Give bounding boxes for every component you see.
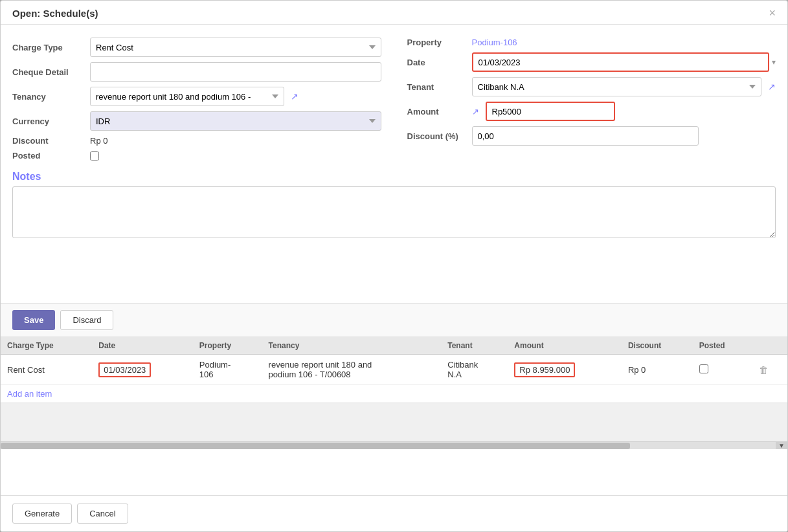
date-input[interactable]	[472, 52, 770, 72]
table-body: Rent Cost 01/03/2023 Podium-106 revenue …	[1, 355, 787, 385]
scrollbar-area[interactable]: ▼	[1, 441, 787, 449]
amount-input[interactable]	[486, 102, 615, 121]
charge-type-label: Charge Type	[12, 43, 84, 52]
row-tenancy: revenue report unit 180 andpodium 106 - …	[262, 355, 442, 385]
form-right-col: Property Podium-106 Date ▾ Tenant	[407, 38, 776, 161]
form-section: Charge Type Rent Cost Cheque Detail Tena…	[12, 38, 776, 161]
discard-button[interactable]: Discard	[60, 310, 113, 330]
add-item-link[interactable]: Add an item	[1, 385, 787, 403]
col-amount: Amount	[508, 337, 622, 355]
tenant-select[interactable]: Citibank N.A	[472, 77, 762, 96]
currency-row: Currency IDR	[12, 111, 381, 131]
data-table: Charge Type Date Property Tenancy Tenant…	[1, 337, 787, 385]
modal-overlay: Open: Schedule(s) × Charge Type Rent Cos…	[0, 0, 788, 532]
discount-pct-row: Discount (%)	[407, 126, 776, 146]
tenancy-label: Tenancy	[12, 92, 84, 102]
row-amount-highlighted: Rp 8.959.000	[514, 362, 575, 377]
col-property: Property	[193, 337, 262, 355]
discount-pct-input[interactable]	[472, 126, 699, 146]
notes-section: Notes	[12, 171, 776, 240]
modal-body: Charge Type Rent Cost Cheque Detail Tena…	[1, 25, 787, 303]
charge-type-select[interactable]: Rent Cost	[90, 38, 381, 57]
amount-external-link-icon[interactable]: ↗	[472, 107, 479, 116]
row-tenant: CitibankN.A	[441, 355, 508, 385]
tenancy-external-link-icon[interactable]: ↗	[291, 91, 298, 102]
discount-label: Discount	[12, 136, 84, 146]
cheque-detail-row: Cheque Detail	[12, 62, 381, 82]
row-posted	[693, 355, 752, 385]
tenancy-select[interactable]: revenue report unit 180 and podium 106 -	[90, 87, 284, 106]
discount-pct-label: Discount (%)	[407, 131, 466, 141]
charge-type-row: Charge Type Rent Cost	[12, 38, 381, 57]
table-section: Charge Type Date Property Tenancy Tenant…	[1, 337, 787, 495]
notes-textarea[interactable]	[12, 186, 776, 238]
notes-label: Notes	[12, 171, 776, 183]
col-discount: Discount	[622, 337, 693, 355]
date-label: Date	[407, 58, 466, 67]
row-date-highlighted: 01/03/2023	[98, 362, 151, 377]
discount-value: Rp 0	[90, 136, 107, 146]
col-tenant: Tenant	[441, 337, 508, 355]
table-row: Rent Cost 01/03/2023 Podium-106 revenue …	[1, 355, 787, 385]
modal-header: Open: Schedule(s) ×	[1, 1, 787, 25]
amount-row: Amount ↗	[407, 102, 776, 121]
tenancy-row: Tenancy revenue report unit 180 and podi…	[12, 87, 381, 106]
tenant-external-link-icon[interactable]: ↗	[768, 82, 776, 92]
col-posted: Posted	[693, 337, 752, 355]
row-posted-checkbox[interactable]	[699, 364, 708, 373]
col-charge-type: Charge Type	[1, 337, 92, 355]
save-button[interactable]: Save	[12, 310, 55, 330]
modal-dialog: Open: Schedule(s) × Charge Type Rent Cos…	[0, 0, 788, 532]
currency-label: Currency	[12, 116, 84, 126]
tenant-row: Tenant Citibank N.A ↗	[407, 77, 776, 96]
property-link[interactable]: Podium-106	[472, 38, 517, 47]
close-button[interactable]: ×	[769, 7, 776, 19]
scroll-right-button[interactable]: ▼	[776, 442, 787, 449]
cheque-detail-label: Cheque Detail	[12, 67, 84, 77]
row-discount: Rp 0	[622, 355, 693, 385]
cheque-detail-input[interactable]	[90, 62, 381, 82]
col-tenancy: Tenancy	[262, 337, 442, 355]
modal-title: Open: Schedule(s)	[12, 8, 98, 19]
row-property: Podium-106	[193, 355, 262, 385]
discount-row: Discount Rp 0	[12, 136, 381, 146]
col-actions	[752, 337, 787, 355]
currency-select[interactable]: IDR	[90, 111, 381, 131]
table-footer-area	[1, 403, 787, 441]
row-charge-type: Rent Cost	[1, 355, 92, 385]
form-left-col: Charge Type Rent Cost Cheque Detail Tena…	[12, 38, 381, 161]
posted-row: Posted	[12, 151, 381, 161]
table-header: Charge Type Date Property Tenancy Tenant…	[1, 337, 787, 355]
tenant-label: Tenant	[407, 82, 466, 92]
posted-checkbox[interactable]	[90, 151, 99, 161]
row-amount: Rp 8.959.000	[508, 355, 622, 385]
row-delete: 🗑	[752, 355, 787, 385]
generate-button[interactable]: Generate	[12, 504, 72, 524]
col-date: Date	[92, 337, 193, 355]
row-date: 01/03/2023	[92, 355, 193, 385]
cancel-button[interactable]: Cancel	[77, 504, 128, 524]
posted-label: Posted	[12, 151, 84, 161]
delete-row-icon[interactable]: 🗑	[759, 364, 769, 375]
property-label: Property	[407, 38, 466, 47]
date-dropdown-icon[interactable]: ▾	[772, 58, 776, 67]
action-bar: Save Discard	[1, 303, 787, 337]
scrollbar-thumb	[1, 443, 630, 449]
property-row: Property Podium-106	[407, 38, 776, 47]
amount-label: Amount	[407, 107, 466, 116]
modal-footer: Generate Cancel	[1, 495, 787, 531]
date-row: Date ▾	[407, 52, 776, 72]
